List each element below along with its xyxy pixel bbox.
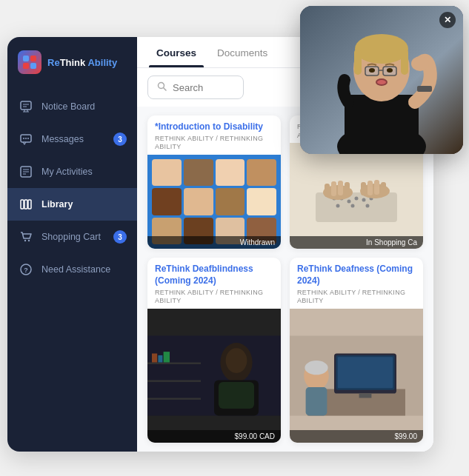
svg-point-13 bbox=[27, 138, 29, 139]
courses-grid: *Introduction to Disability RETHINK ABIL… bbox=[137, 107, 433, 452]
svg-rect-66 bbox=[338, 357, 393, 388]
course-thumb-deafness: $99.00 bbox=[290, 309, 423, 443]
face-cell bbox=[184, 188, 213, 215]
svg-rect-46 bbox=[361, 182, 366, 195]
course-title-intro: *Introduction to Disability bbox=[155, 121, 273, 133]
svg-rect-39 bbox=[331, 181, 336, 196]
course-header-deafness: ReThink Deafness (Coming 2024) RETHINK A… bbox=[290, 258, 423, 309]
svg-text:?: ? bbox=[24, 267, 28, 274]
face-cell bbox=[152, 188, 182, 215]
svg-point-31 bbox=[355, 196, 359, 200]
svg-point-36 bbox=[366, 204, 370, 207]
svg-rect-83 bbox=[417, 86, 432, 92]
course-subtitle-deafness: RETHINK ABILITY / RETHINKING ABILITY bbox=[297, 289, 416, 306]
svg-point-12 bbox=[25, 138, 27, 139]
deafblind-thumb-svg bbox=[147, 309, 281, 443]
deafness-thumb-svg bbox=[290, 309, 423, 443]
messages-badge: 3 bbox=[113, 133, 127, 146]
video-content bbox=[300, 6, 463, 154]
video-close-button[interactable]: ✕ bbox=[439, 12, 456, 28]
svg-point-32 bbox=[362, 198, 366, 201]
course-card-deafness[interactable]: ReThink Deafness (Coming 2024) RETHINK A… bbox=[290, 258, 423, 443]
svg-rect-52 bbox=[158, 355, 162, 363]
svg-rect-74 bbox=[401, 49, 408, 75]
course-card-intro-disability[interactable]: *Introduction to Disability RETHINK ABIL… bbox=[147, 115, 281, 249]
course-thumb-braille: In Shopping Ca bbox=[290, 143, 423, 249]
svg-rect-44 bbox=[374, 180, 379, 195]
svg-point-72 bbox=[355, 34, 408, 64]
svg-rect-2 bbox=[23, 63, 29, 69]
svg-rect-4 bbox=[21, 101, 31, 110]
cart-icon bbox=[18, 229, 34, 245]
svg-rect-18 bbox=[21, 200, 24, 209]
svg-rect-43 bbox=[381, 182, 386, 195]
sidebar-item-my-activities[interactable]: My Activities bbox=[7, 155, 137, 188]
course-subtitle-deafblindness: RETHINK ABILITY / RETHINKING ABILITY bbox=[155, 289, 273, 306]
search-input[interactable] bbox=[173, 82, 234, 93]
svg-rect-53 bbox=[164, 352, 170, 362]
braille-thumb-bg bbox=[290, 143, 423, 249]
thumb-deafness-bg bbox=[290, 309, 423, 443]
svg-point-65 bbox=[305, 361, 327, 375]
course-thumb-intro: Withdrawn bbox=[147, 155, 281, 249]
sidebar-nav: Notice Board Messages 3 bbox=[7, 84, 137, 452]
svg-point-81 bbox=[377, 80, 386, 84]
sidebar-item-need-assistance[interactable]: ? Need Assistance bbox=[7, 253, 137, 286]
course-title-deafness: ReThink Deafness (Coming 2024) bbox=[297, 264, 416, 286]
svg-rect-38 bbox=[325, 184, 330, 197]
svg-point-30 bbox=[347, 199, 351, 203]
svg-point-34 bbox=[336, 204, 340, 207]
course-card-deafblindness[interactable]: ReThink Deafblindness (Coming 2024) RETH… bbox=[147, 258, 281, 443]
course-header-deafblindness: ReThink Deafblindness (Coming 2024) RETH… bbox=[147, 258, 281, 309]
library-icon bbox=[18, 196, 34, 212]
course-header-intro: *Introduction to Disability RETHINK ABIL… bbox=[147, 115, 281, 155]
svg-rect-41 bbox=[345, 182, 350, 195]
app-logo-icon bbox=[18, 50, 41, 74]
face-cell bbox=[247, 188, 276, 215]
svg-point-35 bbox=[351, 204, 355, 207]
svg-point-79 bbox=[387, 68, 393, 73]
svg-rect-40 bbox=[338, 181, 343, 195]
sidebar-item-shopping-cart[interactable]: Shopping Cart 3 bbox=[7, 221, 137, 253]
svg-point-78 bbox=[369, 68, 375, 73]
braille-hands-svg bbox=[316, 170, 397, 222]
sidebar-item-messages[interactable]: Messages 3 bbox=[7, 123, 137, 155]
sidebar-item-notice-board[interactable]: Notice Board bbox=[7, 90, 137, 123]
svg-rect-48 bbox=[147, 362, 201, 363]
course-thumb-deafblindness: $99.00 CAD bbox=[147, 309, 281, 443]
svg-point-82 bbox=[411, 56, 429, 71]
search-input-wrap bbox=[147, 76, 244, 99]
svg-rect-64 bbox=[306, 387, 327, 415]
course-title-deafblindness: ReThink Deafblindness (Coming 2024) bbox=[155, 264, 273, 286]
svg-point-56 bbox=[226, 348, 247, 373]
sidebar-item-label-notice-board: Notice Board bbox=[41, 101, 127, 112]
face-cell bbox=[247, 159, 276, 186]
face-cell bbox=[152, 159, 182, 186]
course-status-withdrawn: Withdrawn bbox=[147, 236, 281, 249]
svg-rect-20 bbox=[28, 200, 31, 209]
svg-point-22 bbox=[28, 240, 30, 241]
svg-line-26 bbox=[164, 88, 167, 91]
svg-rect-62 bbox=[359, 393, 372, 398]
course-subtitle-intro: RETHINK ABILITY / RETHINKING ABILITY bbox=[155, 135, 273, 152]
messages-icon bbox=[18, 131, 34, 147]
tab-documents[interactable]: Documents bbox=[210, 37, 275, 67]
tab-courses[interactable]: Courses bbox=[149, 37, 204, 67]
video-person-svg bbox=[300, 6, 463, 154]
sidebar-item-label-shopping-cart: Shopping Cart bbox=[41, 232, 106, 242]
svg-rect-51 bbox=[152, 353, 157, 362]
svg-point-21 bbox=[24, 240, 26, 241]
search-icon bbox=[157, 81, 167, 93]
svg-point-11 bbox=[23, 138, 24, 139]
sidebar-item-library[interactable]: Library bbox=[7, 188, 137, 221]
svg-rect-3 bbox=[30, 63, 36, 69]
svg-rect-0 bbox=[23, 56, 29, 61]
course-status-shopping: In Shopping Ca bbox=[290, 236, 423, 249]
help-icon: ? bbox=[18, 261, 34, 278]
faces-grid bbox=[147, 155, 281, 249]
video-overlay: ✕ bbox=[300, 6, 463, 154]
svg-rect-19 bbox=[24, 200, 27, 209]
cart-badge: 3 bbox=[113, 230, 127, 244]
thumb-deafblind-bg bbox=[147, 309, 281, 443]
svg-rect-57 bbox=[219, 382, 254, 409]
